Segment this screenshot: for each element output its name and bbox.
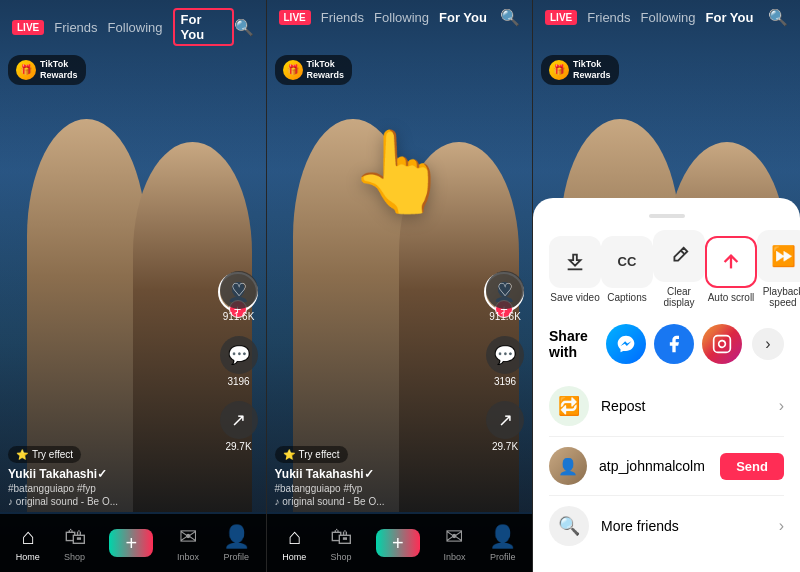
captions-action[interactable]: CC Captions xyxy=(601,236,653,303)
rewards-icon-2: 🎁 xyxy=(283,60,303,80)
nav-following-3[interactable]: Following xyxy=(641,10,696,25)
playback-speed-label: Playbackspeed xyxy=(763,286,800,308)
user-send-item: 👤 atp_johnmalcolm Send xyxy=(549,437,784,496)
facebook-icon[interactable] xyxy=(654,324,694,364)
panel-3: LIVE Friends Following For You 🔍 🎁 TikTo… xyxy=(533,0,800,572)
nav-inbox-1[interactable]: ✉ Inbox xyxy=(177,524,199,562)
caption-2: #batangguiapo #fyp xyxy=(275,483,478,494)
nav-foryou-1[interactable]: For You xyxy=(173,8,234,46)
svg-rect-3 xyxy=(714,336,731,353)
send-button[interactable]: Send xyxy=(720,453,784,480)
auto-scroll-icon xyxy=(705,236,757,288)
comment-action-1[interactable]: 💬 3196 xyxy=(220,336,258,387)
repost-label: Repost xyxy=(601,398,779,414)
auto-scroll-action[interactable]: Auto scroll xyxy=(705,236,757,303)
nav-friends-1[interactable]: Friends xyxy=(54,20,97,35)
rewards-text-3: TikTokRewards xyxy=(573,59,611,81)
captions-label: Captions xyxy=(607,292,646,303)
sound-2: ♪ original sound - Be O... xyxy=(275,496,478,507)
try-effect-2[interactable]: ⭐ Try effect xyxy=(275,446,348,463)
live-badge-2[interactable]: LIVE xyxy=(279,10,311,25)
nav-following-2[interactable]: Following xyxy=(374,10,429,25)
search-friends-icon: 🔍 xyxy=(549,506,589,546)
nav-foryou-3[interactable]: For You xyxy=(706,10,754,25)
save-video-icon xyxy=(549,236,601,288)
nav-add-1[interactable]: + xyxy=(109,529,153,557)
bottom-info-2: ⭐ Try effect Yukii Takahashi✓ #batanggui… xyxy=(275,444,478,507)
like-count-2: 911.6K xyxy=(489,311,521,322)
share-panel: Save video CC Captions Cleardisplay xyxy=(533,198,800,572)
share-action-2[interactable]: ↗ 29.7K xyxy=(486,401,524,452)
share-count-2: 29.7K xyxy=(492,441,518,452)
share-actions-row: Save video CC Captions Cleardisplay xyxy=(549,230,784,308)
username-1: Yukii Takahashi✓ xyxy=(8,467,211,481)
clear-display-label: Cleardisplay xyxy=(663,286,694,308)
repost-icon: 🔁 xyxy=(549,386,589,426)
social-icons xyxy=(606,324,742,364)
save-video-label: Save video xyxy=(550,292,599,303)
nav-friends-2[interactable]: Friends xyxy=(321,10,364,25)
clear-display-icon xyxy=(653,230,705,282)
comment-count-1: 3196 xyxy=(227,376,249,387)
bottom-nav-2: ⌂ Home 🛍 Shop + ✉ Inbox 👤 Profile xyxy=(267,514,533,572)
search-icon-3[interactable]: 🔍 xyxy=(768,8,788,27)
auto-scroll-label: Auto scroll xyxy=(708,292,755,303)
comment-action-2[interactable]: 💬 3196 xyxy=(486,336,524,387)
bottom-nav-1: ⌂ Home 🛍 Shop + ✉ Inbox 👤 Profile xyxy=(0,514,266,572)
like-action-1[interactable]: ♡ 911.6K xyxy=(220,271,258,322)
repost-item[interactable]: 🔁 Repost › xyxy=(549,376,784,437)
rewards-icon-3: 🎁 xyxy=(549,60,569,80)
panel-1: LIVE Friends Following For You 🔍 🎁 TikTo… xyxy=(0,0,266,572)
repost-arrow-icon: › xyxy=(779,397,784,415)
right-actions-1: ♡ 911.6K 💬 3196 ↗ 29.7K xyxy=(220,271,258,452)
instagram-icon[interactable] xyxy=(702,324,742,364)
share-action-1[interactable]: ↗ 29.7K xyxy=(220,401,258,452)
playback-speed-action[interactable]: ⏩ Playbackspeed xyxy=(757,230,800,308)
caption-1: #batangguiapo #fyp xyxy=(8,483,211,494)
messenger-icon[interactable] xyxy=(606,324,646,364)
user-avatar-small: 👤 xyxy=(549,447,587,485)
nav-home-2[interactable]: ⌂ Home xyxy=(282,524,306,562)
nav-shop-2[interactable]: 🛍 Shop xyxy=(330,524,352,562)
more-share-options-button[interactable]: › xyxy=(752,328,784,360)
username-2: Yukii Takahashi✓ xyxy=(275,467,478,481)
playback-speed-icon: ⏩ xyxy=(757,230,800,282)
live-badge-3[interactable]: LIVE xyxy=(545,10,577,25)
top-nav-3: LIVE Friends Following For You 🔍 xyxy=(533,0,800,35)
search-icon-1[interactable]: 🔍 xyxy=(234,18,254,37)
share-count-1: 29.7K xyxy=(225,441,251,452)
share-with-label: Share with xyxy=(549,328,596,360)
nav-following-1[interactable]: Following xyxy=(108,20,163,35)
captions-icon: CC xyxy=(601,236,653,288)
nav-friends-3[interactable]: Friends xyxy=(587,10,630,25)
comment-count-2: 3196 xyxy=(494,376,516,387)
right-actions-2: ♡ 911.6K 💬 3196 ↗ 29.7K xyxy=(486,271,524,452)
more-friends-arrow-icon: › xyxy=(779,517,784,535)
more-friends-item[interactable]: 🔍 More friends › xyxy=(549,496,784,556)
rewards-icon-1: 🎁 xyxy=(16,60,36,80)
rewards-text-2: TikTokRewards xyxy=(307,59,345,81)
tiktok-rewards-2[interactable]: 🎁 TikTokRewards xyxy=(275,55,353,85)
user-name-label: atp_johnmalcolm xyxy=(599,458,720,474)
nav-inbox-2[interactable]: ✉ Inbox xyxy=(443,524,465,562)
nav-home-1[interactable]: ⌂ Home xyxy=(16,524,40,562)
clear-display-action[interactable]: Cleardisplay xyxy=(653,230,705,308)
try-effect-1[interactable]: ⭐ Try effect xyxy=(8,446,81,463)
save-video-action[interactable]: Save video xyxy=(549,236,601,303)
nav-foryou-2[interactable]: For You xyxy=(439,10,487,25)
like-action-2[interactable]: ♡ 911.6K xyxy=(486,271,524,322)
share-panel-handle[interactable] xyxy=(649,214,685,218)
nav-profile-2[interactable]: 👤 Profile xyxy=(489,524,516,562)
tiktok-rewards-1[interactable]: 🎁 TikTokRewards xyxy=(8,55,86,85)
nav-shop-1[interactable]: 🛍 Shop xyxy=(64,524,86,562)
rewards-text-1: TikTokRewards xyxy=(40,59,78,81)
nav-add-2[interactable]: + xyxy=(376,529,420,557)
bottom-info-1: ⭐ Try effect Yukii Takahashi✓ #batanggui… xyxy=(8,444,211,507)
sound-1: ♪ original sound - Be O... xyxy=(8,496,211,507)
panel-2: 👆 LIVE Friends Following For You 🔍 🎁 Tik… xyxy=(267,0,533,572)
search-icon-2[interactable]: 🔍 xyxy=(500,8,520,27)
live-badge-1[interactable]: LIVE xyxy=(12,20,44,35)
finger-cursor: 👆 xyxy=(349,125,449,219)
nav-profile-1[interactable]: 👤 Profile xyxy=(223,524,250,562)
tiktok-rewards-3[interactable]: 🎁 TikTokRewards xyxy=(541,55,619,85)
